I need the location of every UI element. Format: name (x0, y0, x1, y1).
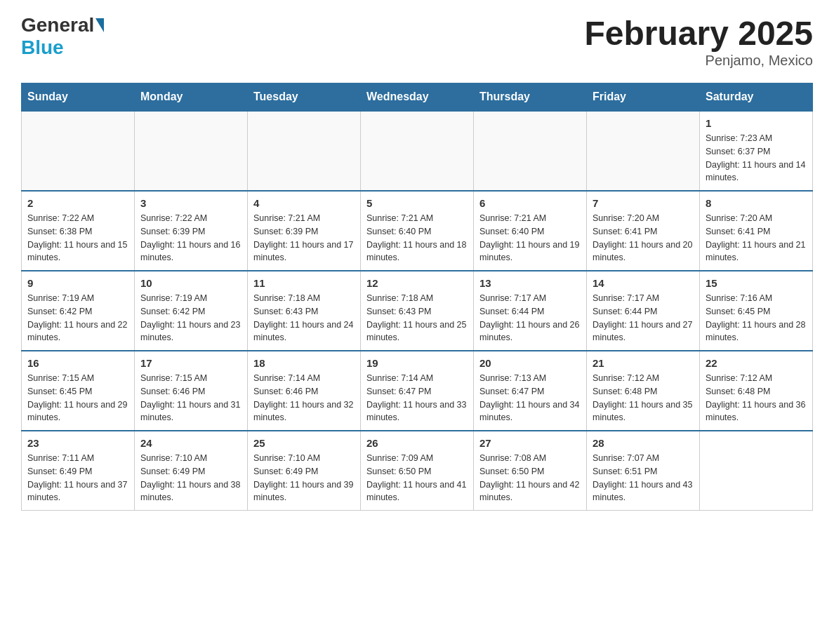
day-number: 4 (253, 197, 355, 209)
calendar-cell: 10Sunrise: 7:19 AMSunset: 6:42 PMDayligh… (135, 271, 248, 351)
day-number: 22 (706, 357, 807, 369)
calendar-cell (22, 111, 135, 191)
calendar-cell: 19Sunrise: 7:14 AMSunset: 6:47 PMDayligh… (361, 351, 474, 431)
calendar-week-row: 1Sunrise: 7:23 AMSunset: 6:37 PMDaylight… (22, 111, 813, 191)
title-area: February 2025 Penjamo, Mexico (584, 14, 813, 69)
day-info: Sunrise: 7:20 AMSunset: 6:41 PMDaylight:… (706, 212, 807, 264)
header-friday: Friday (587, 83, 700, 112)
calendar-cell: 5Sunrise: 7:21 AMSunset: 6:40 PMDaylight… (361, 191, 474, 271)
calendar-cell: 24Sunrise: 7:10 AMSunset: 6:49 PMDayligh… (135, 431, 248, 511)
day-number: 20 (479, 357, 581, 369)
day-info: Sunrise: 7:14 AMSunset: 6:47 PMDaylight:… (366, 372, 468, 424)
calendar-cell: 6Sunrise: 7:21 AMSunset: 6:40 PMDaylight… (474, 191, 587, 271)
calendar-cell: 15Sunrise: 7:16 AMSunset: 6:45 PMDayligh… (700, 271, 813, 351)
calendar-week-row: 9Sunrise: 7:19 AMSunset: 6:42 PMDaylight… (22, 271, 813, 351)
day-number: 25 (253, 437, 355, 449)
location: Penjamo, Mexico (584, 53, 813, 69)
day-number: 24 (140, 437, 241, 449)
logo-triangle-icon (95, 18, 104, 32)
calendar-cell (474, 111, 587, 191)
day-info: Sunrise: 7:13 AMSunset: 6:47 PMDaylight:… (479, 372, 581, 424)
page-header: General Blue February 2025 Penjamo, Mexi… (21, 14, 813, 69)
day-number: 17 (140, 357, 241, 369)
day-info: Sunrise: 7:17 AMSunset: 6:44 PMDaylight:… (593, 292, 694, 344)
day-info: Sunrise: 7:10 AMSunset: 6:49 PMDaylight:… (253, 452, 355, 504)
day-info: Sunrise: 7:10 AMSunset: 6:49 PMDaylight:… (140, 452, 241, 504)
calendar-cell: 11Sunrise: 7:18 AMSunset: 6:43 PMDayligh… (248, 271, 361, 351)
day-info: Sunrise: 7:18 AMSunset: 6:43 PMDaylight:… (366, 292, 468, 344)
day-info: Sunrise: 7:08 AMSunset: 6:50 PMDaylight:… (479, 452, 581, 504)
calendar-week-row: 23Sunrise: 7:11 AMSunset: 6:49 PMDayligh… (22, 431, 813, 511)
header-tuesday: Tuesday (248, 83, 361, 112)
calendar-cell: 23Sunrise: 7:11 AMSunset: 6:49 PMDayligh… (22, 431, 135, 511)
day-number: 21 (593, 357, 694, 369)
day-info: Sunrise: 7:17 AMSunset: 6:44 PMDaylight:… (479, 292, 581, 344)
day-number: 13 (479, 277, 581, 289)
day-number: 1 (706, 117, 807, 129)
day-info: Sunrise: 7:20 AMSunset: 6:41 PMDaylight:… (593, 212, 694, 264)
day-number: 14 (593, 277, 694, 289)
calendar-cell: 14Sunrise: 7:17 AMSunset: 6:44 PMDayligh… (587, 271, 700, 351)
day-number: 6 (479, 197, 581, 209)
day-info: Sunrise: 7:21 AMSunset: 6:39 PMDaylight:… (253, 212, 355, 264)
calendar-cell: 12Sunrise: 7:18 AMSunset: 6:43 PMDayligh… (361, 271, 474, 351)
day-number: 16 (27, 357, 128, 369)
logo: General Blue (21, 14, 105, 59)
day-number: 15 (706, 277, 807, 289)
day-number: 18 (253, 357, 355, 369)
day-info: Sunrise: 7:15 AMSunset: 6:46 PMDaylight:… (140, 372, 241, 424)
calendar-cell: 7Sunrise: 7:20 AMSunset: 6:41 PMDaylight… (587, 191, 700, 271)
day-number: 3 (140, 197, 241, 209)
calendar-cell: 17Sunrise: 7:15 AMSunset: 6:46 PMDayligh… (135, 351, 248, 431)
day-info: Sunrise: 7:12 AMSunset: 6:48 PMDaylight:… (706, 372, 807, 424)
header-sunday: Sunday (22, 83, 135, 112)
month-title: February 2025 (584, 14, 813, 53)
calendar-cell: 1Sunrise: 7:23 AMSunset: 6:37 PMDaylight… (700, 111, 813, 191)
day-info: Sunrise: 7:19 AMSunset: 6:42 PMDaylight:… (27, 292, 128, 344)
calendar-cell (587, 111, 700, 191)
day-info: Sunrise: 7:22 AMSunset: 6:38 PMDaylight:… (27, 212, 128, 264)
day-info: Sunrise: 7:19 AMSunset: 6:42 PMDaylight:… (140, 292, 241, 344)
day-number: 11 (253, 277, 355, 289)
calendar-cell: 13Sunrise: 7:17 AMSunset: 6:44 PMDayligh… (474, 271, 587, 351)
day-number: 10 (140, 277, 241, 289)
day-number: 28 (593, 437, 694, 449)
calendar-cell: 26Sunrise: 7:09 AMSunset: 6:50 PMDayligh… (361, 431, 474, 511)
logo-general-text: General (21, 14, 94, 36)
calendar-cell (248, 111, 361, 191)
calendar-cell: 27Sunrise: 7:08 AMSunset: 6:50 PMDayligh… (474, 431, 587, 511)
day-info: Sunrise: 7:15 AMSunset: 6:45 PMDaylight:… (27, 372, 128, 424)
calendar-cell: 28Sunrise: 7:07 AMSunset: 6:51 PMDayligh… (587, 431, 700, 511)
day-number: 7 (593, 197, 694, 209)
day-info: Sunrise: 7:14 AMSunset: 6:46 PMDaylight:… (253, 372, 355, 424)
logo-blue-text: Blue (21, 36, 64, 59)
day-info: Sunrise: 7:07 AMSunset: 6:51 PMDaylight:… (593, 452, 694, 504)
day-number: 27 (479, 437, 581, 449)
calendar-cell: 16Sunrise: 7:15 AMSunset: 6:45 PMDayligh… (22, 351, 135, 431)
day-info: Sunrise: 7:16 AMSunset: 6:45 PMDaylight:… (706, 292, 807, 344)
calendar-cell: 20Sunrise: 7:13 AMSunset: 6:47 PMDayligh… (474, 351, 587, 431)
calendar-cell (361, 111, 474, 191)
day-number: 19 (366, 357, 468, 369)
calendar-cell: 22Sunrise: 7:12 AMSunset: 6:48 PMDayligh… (700, 351, 813, 431)
header-wednesday: Wednesday (361, 83, 474, 112)
day-number: 26 (366, 437, 468, 449)
header-monday: Monday (135, 83, 248, 112)
day-number: 8 (706, 197, 807, 209)
day-number: 9 (27, 277, 128, 289)
day-number: 5 (366, 197, 468, 209)
calendar-table: Sunday Monday Tuesday Wednesday Thursday… (21, 83, 813, 511)
calendar-cell: 4Sunrise: 7:21 AMSunset: 6:39 PMDaylight… (248, 191, 361, 271)
day-info: Sunrise: 7:12 AMSunset: 6:48 PMDaylight:… (593, 372, 694, 424)
day-number: 12 (366, 277, 468, 289)
weekday-header-row: Sunday Monday Tuesday Wednesday Thursday… (22, 83, 813, 112)
calendar-cell (700, 431, 813, 511)
day-info: Sunrise: 7:09 AMSunset: 6:50 PMDaylight:… (366, 452, 468, 504)
calendar-week-row: 2Sunrise: 7:22 AMSunset: 6:38 PMDaylight… (22, 191, 813, 271)
calendar-cell (135, 111, 248, 191)
header-thursday: Thursday (474, 83, 587, 112)
day-info: Sunrise: 7:18 AMSunset: 6:43 PMDaylight:… (253, 292, 355, 344)
day-info: Sunrise: 7:22 AMSunset: 6:39 PMDaylight:… (140, 212, 241, 264)
day-number: 23 (27, 437, 128, 449)
calendar-cell: 8Sunrise: 7:20 AMSunset: 6:41 PMDaylight… (700, 191, 813, 271)
